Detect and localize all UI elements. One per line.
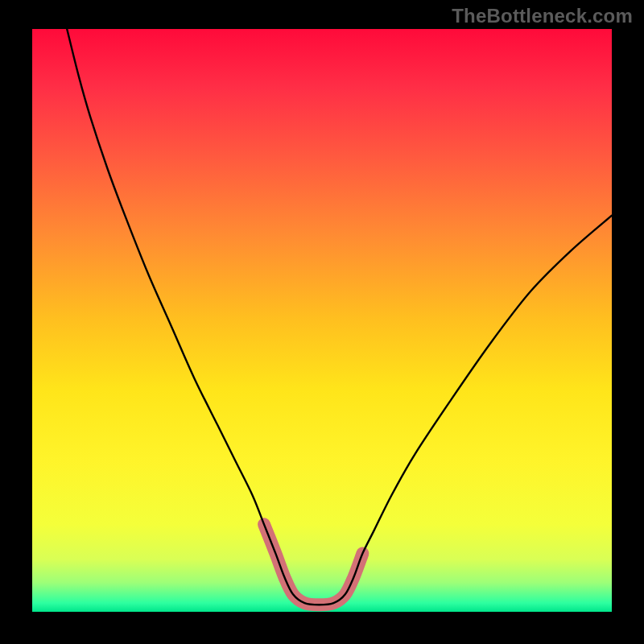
- chart-plot-area: [32, 29, 612, 612]
- gradient-background: [32, 29, 612, 612]
- watermark-text: TheBottleneck.com: [452, 5, 633, 27]
- chart-svg: [32, 29, 612, 612]
- chart-frame: TheBottleneck.com: [0, 0, 644, 644]
